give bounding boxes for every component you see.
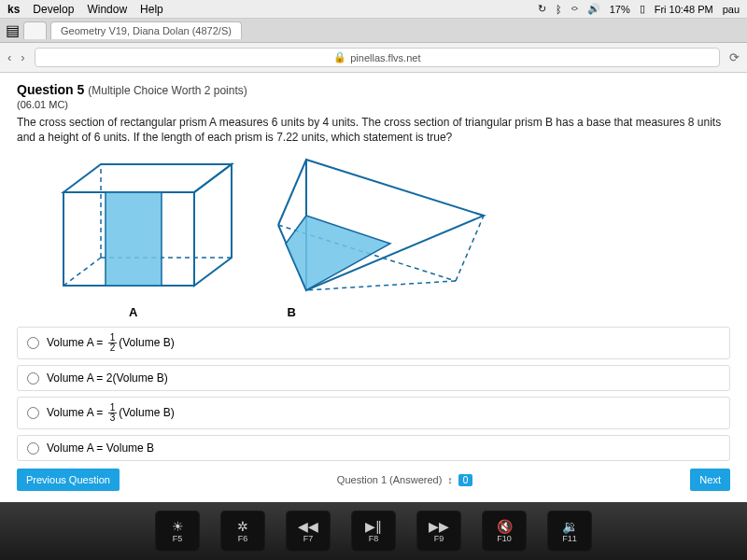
status-badge: 0 — [458, 474, 473, 486]
option-1[interactable]: Volume A = 12(Volume B) — [17, 327, 730, 359]
key-f10: 🔇F10 — [482, 511, 527, 552]
bluetooth-icon: ᛒ — [556, 4, 562, 15]
key-f11: 🔉F11 — [547, 511, 592, 552]
key-f9: ▶▶F9 — [416, 511, 461, 552]
diagram-row — [54, 150, 730, 300]
battery-percent: 17% — [610, 4, 630, 15]
question-title: Question 5 — [17, 82, 84, 97]
tab-active[interactable]: Geometry V19, Diana Dolan (4872/S) — [50, 21, 242, 39]
svg-line-8 — [278, 160, 306, 225]
menu-item[interactable]: Help — [140, 3, 163, 16]
sync-icon: ↻ — [538, 3, 546, 15]
svg-marker-1 — [63, 164, 232, 192]
next-question-button[interactable]: Next — [690, 469, 730, 491]
question-code: (06.01 MC) — [17, 99, 730, 110]
forward-icon[interactable]: › — [21, 50, 24, 64]
keyboard-row: ☀F5 ✲F6 ◀◀F7 ▶‖F8 ▶▶F9 🔇F10 🔉F11 — [0, 502, 747, 560]
option-3-label: Volume A = 13(Volume B) — [47, 403, 175, 423]
question-status: Question 1 (Answered) ↕ 0 — [337, 474, 473, 486]
option-2-radio[interactable] — [27, 372, 39, 385]
key-f7: ◀◀F7 — [286, 511, 331, 552]
mac-menubar: ks Develop Window Help ↻ ᛒ ⌔ 🔊 17% ▯ Fri… — [0, 0, 747, 19]
label-b: B — [287, 305, 295, 319]
key-f8: ▶‖F8 — [351, 511, 396, 552]
previous-question-button[interactable]: Previous Question — [17, 469, 120, 491]
battery-icon: ▯ — [640, 3, 645, 15]
wifi-icon: ⌔ — [571, 4, 578, 15]
user-name: pau — [723, 4, 740, 15]
menu-item[interactable]: Develop — [33, 3, 74, 16]
status-tray: ↻ ᛒ ⌔ 🔊 17% ▯ Fri 10:48 PM pau — [538, 3, 740, 15]
option-3[interactable]: Volume A = 13(Volume B) — [17, 397, 730, 429]
page-content: Question 5 (Multiple Choice Worth 2 poin… — [0, 73, 747, 502]
volume-icon: 🔊 — [587, 3, 600, 15]
option-4-radio[interactable] — [27, 442, 39, 455]
option-1-label: Volume A = 12(Volume B) — [47, 333, 175, 353]
tab-inactive[interactable] — [23, 21, 47, 39]
option-2-label: Volume A = 2(Volume B) — [47, 371, 168, 385]
option-3-radio[interactable] — [27, 407, 39, 419]
menu-item[interactable]: ks — [7, 3, 20, 16]
option-4[interactable]: Volume A = Volume B — [17, 435, 730, 461]
question-subtitle: (Multiple Choice Worth 2 points) — [88, 84, 247, 97]
svg-line-3 — [63, 258, 101, 286]
browser-toolbar: ‹ › 🔒 pinellas.flvs.net ⟳ — [0, 43, 747, 73]
svg-marker-13 — [286, 216, 390, 290]
back-icon[interactable]: ‹ — [7, 50, 11, 64]
browser-tabbar: ▤ Geometry V19, Diana Dolan (4872/S) — [0, 19, 747, 43]
sidebar-icon[interactable]: ▤ — [6, 21, 20, 39]
menu-item[interactable]: Window — [87, 3, 127, 16]
svg-line-12 — [306, 281, 456, 290]
address-bar[interactable]: 🔒 pinellas.flvs.net — [35, 48, 720, 67]
clock: Fri 10:48 PM — [655, 4, 713, 15]
option-4-label: Volume A = Volume B — [47, 441, 154, 455]
label-a: A — [129, 305, 137, 319]
option-1-radio[interactable] — [27, 337, 39, 349]
lock-icon: 🔒 — [333, 51, 346, 63]
answer-options: Volume A = 12(Volume B) Volume A = 2(Vol… — [17, 327, 730, 461]
svg-marker-2 — [194, 164, 232, 286]
nav-row: Previous Question Question 1 (Answered) … — [17, 469, 730, 491]
key-f5: ☀F5 — [155, 511, 200, 552]
svg-marker-6 — [106, 192, 162, 286]
option-2[interactable]: Volume A = 2(Volume B) — [17, 365, 730, 391]
prism-a — [54, 155, 241, 295]
url-text: pinellas.flvs.net — [350, 52, 420, 63]
prism-b — [269, 150, 493, 300]
question-prompt: The cross section of rectangular prism A… — [17, 116, 730, 145]
key-f6: ✲F6 — [220, 511, 265, 552]
reload-icon[interactable]: ⟳ — [729, 50, 740, 64]
